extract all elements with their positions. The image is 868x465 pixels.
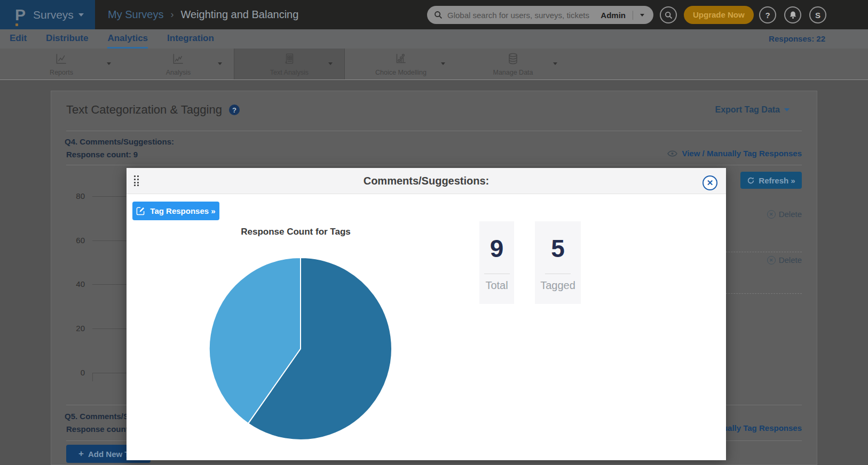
axis-corner [92, 373, 93, 381]
question-icon: ? [765, 11, 770, 20]
survey-tabs-bar: Edit Distribute Analytics Integration Re… [0, 29, 868, 49]
q4-response-count: Response count: 9 [66, 150, 138, 159]
circled-x-icon: ✕ [767, 256, 776, 264]
close-icon: ✕ [707, 178, 714, 188]
q4-question-label: Q4. Comments/Suggestions: [65, 137, 174, 146]
help-button[interactable]: ? [759, 6, 776, 23]
avatar-initial: S [815, 11, 820, 20]
stat-total: 9 Total [479, 221, 514, 304]
tab-integration[interactable]: Integration [167, 29, 214, 49]
plus-icon: + [78, 448, 84, 459]
tab-analytics[interactable]: Analytics [107, 29, 148, 49]
y-axis-tick: 60 [51, 236, 85, 245]
chevron-down-icon[interactable] [107, 62, 111, 65]
chevron-down-icon [78, 13, 84, 17]
y-axis-tick: 20 [51, 324, 85, 333]
analytics-toolbar: Reports Analysis Text Analysis [0, 49, 868, 80]
q4-view-tag-responses-link[interactable]: View / Manually Tag Responses [667, 149, 802, 158]
tab-distribute[interactable]: Distribute [46, 29, 88, 49]
product-name[interactable]: Surveys [33, 9, 84, 21]
stat-tagged: 5 Tagged [535, 221, 581, 304]
breadcrumb-my-surveys[interactable]: My Surveys [108, 9, 163, 21]
drag-handle-icon[interactable] [134, 175, 139, 187]
upgrade-now-button[interactable]: Upgrade Now [684, 6, 754, 24]
stat-total-label: Total [485, 279, 508, 292]
help-icon[interactable]: ? [229, 105, 240, 115]
chevron-down-icon [784, 108, 790, 111]
global-search-input[interactable]: Global search for users, surveys, ticket… [427, 6, 653, 24]
eye-icon [667, 150, 677, 157]
edit-pencil-icon [136, 206, 145, 215]
bell-icon [789, 11, 797, 19]
scatter-chart-icon [394, 52, 408, 68]
app-window: P Surveys My Surveys › Weighting and Bal… [0, 0, 868, 465]
refresh-button[interactable]: Refresh » [740, 172, 802, 189]
divider [545, 274, 571, 274]
divider [66, 165, 802, 165]
toolbar-choice-modelling[interactable]: Choice Modelling [345, 49, 457, 79]
refresh-icon [747, 177, 755, 185]
toolbar-text-analysis[interactable]: Text Analysis [234, 49, 345, 79]
export-tag-data-dropdown[interactable]: Export Tag Data [715, 105, 790, 115]
divider [484, 274, 510, 274]
tag-responses-button[interactable]: Tag Responses » [132, 202, 219, 220]
toolbar-reports[interactable]: Reports [0, 49, 123, 79]
product-switcher[interactable]: P Surveys [0, 0, 95, 29]
line-chart-icon [54, 52, 68, 68]
search-scope-label: Admin [601, 11, 633, 20]
y-axis-tick: 0 [51, 368, 85, 377]
chevron-down-icon[interactable] [218, 62, 222, 65]
search-icon [434, 11, 443, 19]
chevron-down-icon[interactable] [553, 62, 557, 65]
chevron-down-icon[interactable] [441, 62, 445, 65]
breadcrumb-separator: › [170, 9, 173, 20]
stat-tagged-value: 5 [551, 234, 565, 263]
tag-delete-button[interactable]: ✕ Delete [767, 255, 802, 264]
search-submit-button[interactable] [660, 6, 677, 23]
y-axis-tick: 80 [51, 191, 85, 201]
stat-tagged-label: Tagged [540, 279, 575, 292]
proprofs-logo-icon: P [15, 7, 26, 23]
stat-total-value: 9 [490, 234, 504, 263]
trend-chart-icon [171, 52, 185, 68]
search-scope-dropdown[interactable] [640, 14, 644, 17]
dialog-header: Comments/Suggestions: ✕ [127, 168, 726, 194]
tab-edit[interactable]: Edit [10, 29, 27, 49]
toolbar-analysis[interactable]: Analysis [123, 49, 234, 79]
toolbar-manage-data[interactable]: Manage Data [457, 49, 569, 79]
pie-chart [208, 256, 393, 441]
breadcrumb: My Surveys › Weighting and Balancing [108, 0, 298, 29]
breadcrumb-current-survey: Weighting and Balancing [180, 9, 298, 21]
y-axis-tick: 40 [51, 279, 85, 288]
comments-suggestions-dialog: Comments/Suggestions: ✕ Tag Responses » … [127, 168, 726, 460]
divider [66, 131, 802, 131]
search-icon [665, 11, 673, 19]
user-avatar[interactable]: S [809, 6, 826, 23]
circled-x-icon: ✕ [767, 210, 776, 219]
panel-title: Text Categorization & Tagging [66, 103, 222, 117]
dialog-title: Comments/Suggestions: [127, 168, 726, 194]
pie-chart-title: Response Count for Tags [216, 227, 376, 237]
top-navbar: P Surveys My Surveys › Weighting and Bal… [0, 0, 868, 29]
close-button[interactable]: ✕ [703, 175, 717, 190]
document-grid-icon [282, 52, 296, 68]
chevron-down-icon[interactable] [328, 62, 333, 65]
search-placeholder: Global search for users, surveys, ticket… [447, 11, 601, 20]
tag-delete-button[interactable]: ✕ Delete [767, 210, 802, 219]
notifications-button[interactable] [784, 6, 801, 23]
responses-count: Responses: 22 [769, 29, 825, 49]
database-icon [506, 52, 520, 68]
